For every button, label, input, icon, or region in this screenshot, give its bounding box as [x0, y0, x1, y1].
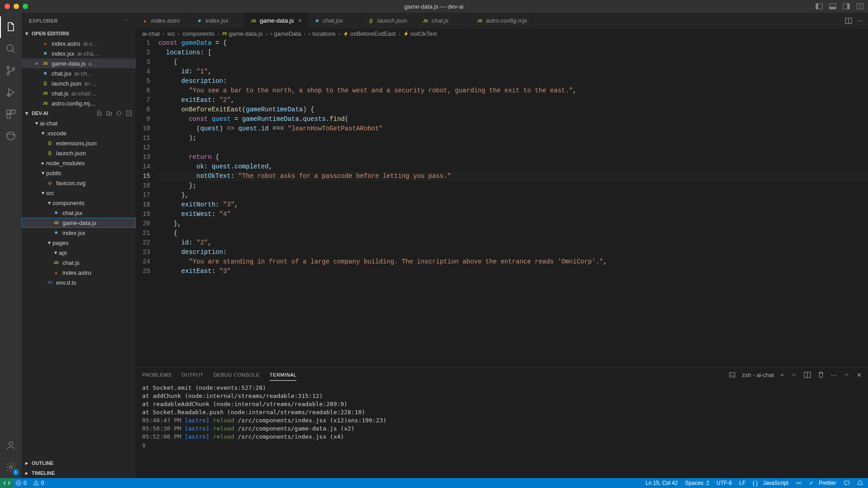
- status-lncol[interactable]: Ln 15, Col 42: [645, 480, 677, 486]
- activity-scm[interactable]: [0, 60, 22, 81]
- editor-tab[interactable]: JSastro.config.mjs: [471, 13, 533, 29]
- activity-account[interactable]: [0, 435, 22, 456]
- status-bell[interactable]: [857, 480, 863, 486]
- code-line[interactable]: const gameData = {: [158, 38, 868, 48]
- editor-tab[interactable]: ▲index.astro: [136, 13, 190, 29]
- activity-debug[interactable]: [0, 81, 22, 103]
- open-editor-item[interactable]: JSchat.jsai-chat/…: [22, 88, 136, 98]
- code-line[interactable]: return {: [158, 153, 868, 162]
- status-golive[interactable]: [796, 480, 802, 486]
- outline-header[interactable]: ▸ OUTLINE: [22, 458, 136, 468]
- close-icon[interactable]: ×: [298, 17, 302, 24]
- folder-item[interactable]: ▸node_modules: [22, 158, 136, 168]
- breadcrumb-item[interactable]: JSgame-data.js: [222, 30, 262, 37]
- collapse-icon[interactable]: [126, 110, 132, 116]
- open-editor-item[interactable]: ⚛index.jsxai-cha…: [22, 48, 136, 58]
- code-line[interactable]: notOkText: "The robot asks for a passcod…: [158, 172, 868, 181]
- code-line[interactable]: },: [158, 219, 868, 229]
- folder-item[interactable]: ▾src: [22, 188, 136, 198]
- file-item[interactable]: ◇favicon.svg: [22, 178, 136, 188]
- activity-explorer[interactable]: [0, 16, 22, 38]
- code-line[interactable]: exitEast: "3": [158, 267, 868, 276]
- code-line[interactable]: exitNorth: "3",: [158, 200, 868, 210]
- add-terminal[interactable]: +: [780, 372, 784, 378]
- file-item[interactable]: {}extensions.json: [22, 138, 136, 148]
- code-line[interactable]: [158, 143, 868, 153]
- panel-right-icon[interactable]: [843, 3, 850, 10]
- activity-extensions[interactable]: [0, 103, 22, 125]
- layout-icon[interactable]: [856, 3, 863, 10]
- breadcrumbs[interactable]: ai-chat›src›components›JSgame-data.js›▫g…: [136, 29, 868, 38]
- code-line[interactable]: exitWest: "4": [158, 210, 868, 219]
- more-icon[interactable]: ⋯: [124, 18, 129, 24]
- breadcrumb-item[interactable]: ai-chat: [142, 30, 160, 37]
- breadcrumb-item[interactable]: ▫locations: [309, 30, 336, 37]
- split-terminal-icon[interactable]: [804, 371, 811, 378]
- status-prettier[interactable]: ✓ Prettier: [809, 480, 836, 486]
- close-window[interactable]: [5, 4, 10, 9]
- panel-tab-problems[interactable]: PROBLEMS: [142, 369, 172, 380]
- more-icon[interactable]: ⋯: [831, 372, 837, 378]
- status-lang[interactable]: { } JavaScript: [753, 480, 788, 486]
- close-icon[interactable]: ✕: [857, 372, 862, 378]
- panel-bottom-icon[interactable]: [829, 3, 836, 10]
- status-eol[interactable]: LF: [739, 480, 745, 486]
- editor-tab[interactable]: JSgame-data.js×: [244, 13, 308, 29]
- remote-indicator[interactable]: [0, 478, 14, 488]
- code-line[interactable]: description:: [158, 248, 868, 257]
- activity-search[interactable]: [0, 38, 22, 60]
- breadcrumb-item[interactable]: components: [182, 30, 215, 37]
- code-line[interactable]: description:: [158, 77, 868, 86]
- chevron-up-icon[interactable]: [843, 371, 850, 378]
- status-errors[interactable]: 0: [15, 480, 27, 486]
- code-content[interactable]: const gameData = { locations: [ { id: "1…: [158, 38, 868, 367]
- file-item[interactable]: {}launch.json: [22, 148, 136, 158]
- breadcrumb-item[interactable]: ⚡notOkText: [403, 30, 437, 37]
- panel-left-icon[interactable]: [816, 3, 823, 10]
- code-line[interactable]: );: [158, 134, 868, 143]
- panel-tab-terminal[interactable]: TERMINAL: [270, 369, 297, 381]
- editor-tab[interactable]: {}launch.json: [362, 13, 416, 29]
- folder-item[interactable]: ▾pages: [22, 238, 136, 248]
- code-line[interactable]: };: [158, 181, 868, 191]
- split-icon[interactable]: [845, 17, 852, 24]
- trash-icon[interactable]: [817, 371, 825, 378]
- open-editor-item[interactable]: {}launch.jsonai-…: [22, 78, 136, 88]
- editor-tab[interactable]: ⚛index.jsx: [190, 13, 244, 29]
- code-line[interactable]: ok: quest.completed,: [158, 162, 868, 172]
- terminal-label[interactable]: zsh - ai-chat: [742, 372, 774, 378]
- status-warnings[interactable]: 0: [33, 480, 44, 486]
- code-line[interactable]: id: "2",: [158, 238, 868, 248]
- breadcrumb-item[interactable]: src: [167, 30, 175, 37]
- folder-header[interactable]: ▾ DEV-AI: [22, 108, 136, 118]
- panel-tab-output[interactable]: OUTPUT: [181, 369, 203, 380]
- timeline-header[interactable]: ▸ TIMELINE: [22, 468, 136, 478]
- file-item[interactable]: JSgame-data.js: [22, 218, 136, 228]
- editor-tab[interactable]: JSchat.js: [416, 13, 471, 29]
- terminal-profile-icon[interactable]: [729, 371, 736, 378]
- new-folder-icon[interactable]: [106, 110, 112, 116]
- terminal-output[interactable]: at Socket.emit (node:events:527:28) at a…: [136, 382, 868, 478]
- status-encoding[interactable]: UTF-8: [716, 480, 732, 486]
- file-item[interactable]: JSchat.js: [22, 258, 136, 268]
- file-item[interactable]: TSenv.d.ts: [22, 277, 136, 287]
- code-editor[interactable]: 1234567891011121314151617181920212223242…: [136, 38, 868, 367]
- code-line[interactable]: id: "1",: [158, 67, 868, 77]
- status-feedback[interactable]: [844, 480, 850, 486]
- folder-item[interactable]: ▾components: [22, 198, 136, 208]
- code-line[interactable]: onBeforeExitEast(gameRuntimeData) {: [158, 105, 868, 115]
- code-line[interactable]: (quest) => quest.id === "learnHowToGetPa…: [158, 124, 868, 134]
- breadcrumb-item[interactable]: ▫gameData: [270, 30, 301, 37]
- open-editor-item[interactable]: ⚛chat.jsxai-ch…: [22, 68, 136, 78]
- activity-edge[interactable]: [0, 125, 22, 147]
- status-spaces[interactable]: Spaces: 2: [685, 480, 709, 486]
- file-item[interactable]: ▲index.astro: [22, 268, 136, 277]
- folder-item[interactable]: ▾api: [22, 248, 136, 258]
- code-line[interactable]: exitEast: "2",: [158, 96, 868, 105]
- chevron-down-icon[interactable]: [790, 371, 797, 378]
- refresh-icon[interactable]: [116, 110, 122, 116]
- file-item[interactable]: ⚛index.jsx: [22, 228, 136, 238]
- code-line[interactable]: locations: [: [158, 48, 868, 57]
- folder-item[interactable]: ▾public: [22, 168, 136, 178]
- code-line[interactable]: },: [158, 191, 868, 200]
